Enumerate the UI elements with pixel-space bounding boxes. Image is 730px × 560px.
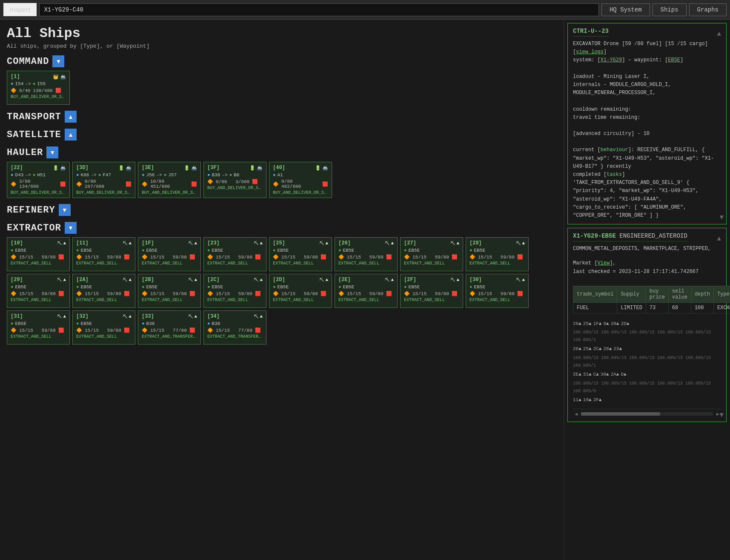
main-layout: All Ships All ships, grouped by [Type], … — [0, 20, 730, 560]
mini-ship[interactable]: 23▲ — [613, 345, 622, 353]
ship-card[interactable]: [34]⛏▲ ● B38 🔶15/15 77/80🟥 EXTRACT_AND_T… — [203, 310, 266, 345]
hscrollbar[interactable]: ◀ ▶ — [573, 409, 721, 417]
topbar: Inspect HQ System Ships Graphs — [0, 0, 730, 20]
mini-ship[interactable]: 11▲ — [573, 396, 581, 405]
mini-ship[interactable]: 28▲ — [603, 345, 612, 353]
ship-id: [22] — [11, 165, 23, 171]
page-title: All Ships — [7, 26, 557, 41]
ship-info-title[interactable]: CTRI-U--23 — [573, 28, 609, 37]
ship-card[interactable]: [1F]⛏▲ ● EB5E 🔶15/15 59/80🟥 EXTRACT_AND_… — [138, 237, 201, 271]
page-subtitle: All ships, grouped by [Type], or [Waypoi… — [7, 43, 557, 49]
ship-card[interactable]: [2B]⛏▲ ● EB5E 🔶15/15 59/80🟥 EXTRACT_AND_… — [138, 274, 201, 308]
cargo-icon: 🟥 — [55, 88, 61, 93]
col-type: Type — [713, 286, 730, 302]
arrow: -> — [25, 81, 31, 86]
ship-behavior: EXTRACT_AND_SELL — [11, 334, 66, 339]
cell-sell: 68 — [668, 302, 691, 313]
mini-ship[interactable]: 25▲ — [583, 345, 592, 353]
inspect-button[interactable]: Inspect — [3, 3, 37, 16]
ship-card[interactable]: [2A]⛏▲ ● EB5E 🔶15/15 59/80🟥 EXTRACT_AND_… — [72, 274, 135, 308]
ship-card[interactable]: [29]⛏▲ ● EB5E 🔶15/15 59/80🟥 EXTRACT_AND_… — [7, 274, 70, 308]
ship-icons: 👑 🚢 — [53, 74, 66, 80]
mini-ship[interactable]: 2C▲ — [593, 345, 602, 353]
ship-card[interactable]: [3F] 🔋🚢 ● B38 -> ● B6 🔶 0/80 3/600 🟥 BUY… — [203, 162, 266, 198]
mini-ship[interactable]: D▲ — [621, 370, 626, 379]
extractor-collapse-btn[interactable]: ▼ — [65, 222, 77, 234]
command-section-header: COMMAND ▼ — [7, 55, 557, 67]
ship-behavior: EXTRACT_AND_SELL — [404, 298, 459, 302]
ship-card[interactable]: [2F]⛏▲ ● EB5E 🔶15/15 59/80🟥 EXTRACT_AND_… — [400, 274, 463, 308]
right-panel: CTRI-U--23 ▲ EXCAVATOR Drone [59 /80 fue… — [564, 20, 730, 560]
ship-behavior: EXTRACT_AND_SELL — [207, 261, 263, 266]
scroll-left-btn[interactable]: ◀ — [573, 411, 579, 417]
market-view-link[interactable]: View — [598, 260, 610, 266]
mini-ship[interactable]: 2D▲ — [621, 320, 629, 328]
waypoint-title-link[interactable]: X1-YG29-EB5E — [573, 233, 616, 239]
mini-ship[interactable]: 2A▲ — [611, 370, 619, 379]
mini-ship[interactable]: 2F▲ — [593, 396, 602, 405]
ship-card[interactable]: [27]⛏▲ ● EB5E 🔶15/15 59/80🟥 EXTRACT_AND_… — [400, 237, 463, 271]
waypoint-info-title: X1-YG29-EB5E ENGINEERED_ASTEROID — [573, 233, 687, 241]
ship-card[interactable]: [28]⛏▲ ● EB5E 🔶15/15 59/80🟥 EXTRACT_AND_… — [466, 237, 529, 271]
extractor-ships-grid: [10]⛏▲ ● EB5E 🔶15/15 59/80🟥 EXTRACT_AND_… — [7, 237, 557, 345]
graphs-button[interactable]: Graphs — [689, 3, 727, 16]
hq-system-button[interactable]: HQ System — [601, 3, 650, 16]
ship-card[interactable]: [2E]⛏▲ ● EB5E 🔶15/15 59/80🟥 EXTRACT_AND_… — [335, 274, 398, 308]
scroll-up-icon2: ▲ — [717, 235, 721, 243]
ship-card[interactable]: [31]⛏▲ ● EB5E 🔶15/15 59/80🟥 EXTRACT_AND_… — [7, 310, 70, 345]
mini-ship[interactable]: 30▲ — [601, 370, 609, 379]
mini-ship[interactable]: 2E▲ — [573, 370, 581, 379]
mini-ship[interactable]: 9▲ — [603, 320, 609, 328]
ship-card[interactable]: [11]⛏▲ ● EB5E 🔶15/15 59/80🟥 EXTRACT_AND_… — [72, 237, 135, 271]
system-link[interactable]: X1-YG29 — [601, 57, 622, 63]
ship-card[interactable]: [2C]⛏▲ ● EB5E 🔶15/15 59/80🟥 EXTRACT_AND_… — [203, 274, 266, 308]
ship-behavior: EXTRACT_AND_SELL — [76, 298, 132, 302]
ship-card[interactable]: [22] 🔋 🚢 ● D43 -> ● H51 🔶 3/80 134/600 🟥… — [7, 162, 70, 198]
ship-card[interactable]: [25]⛏▲ ● EB5E 🔶15/15 59/80🟥 EXTRACT_AND_… — [269, 237, 332, 271]
ships-button[interactable]: Ships — [653, 3, 687, 16]
hauler-section-header: HAULER ▼ — [7, 146, 557, 158]
extractor-section-header: EXTRACTOR ▼ — [7, 222, 557, 234]
ship-card[interactable]: [26]⛏▲ ● EB5E 🔶15/15 59/80🟥 EXTRACT_AND_… — [335, 237, 398, 271]
mini-ship[interactable]: 1F▲ — [593, 320, 602, 328]
hauler-collapse-btn[interactable]: ▼ — [46, 146, 58, 158]
right-panel-scroll[interactable]: CTRI-U--23 ▲ EXCAVATOR Drone [59 /80 fue… — [564, 20, 730, 560]
command-collapse-btn[interactable]: ▼ — [52, 55, 64, 67]
satellite-collapse-btn[interactable]: ▲ — [65, 129, 77, 141]
ship-card-header: [3D] 🔋🚢 — [76, 165, 132, 171]
waypoint-link[interactable]: EB5E — [668, 57, 680, 63]
cell-type: EXCHANGE — [713, 302, 730, 313]
view-logs-link[interactable]: view logs — [576, 49, 604, 55]
ship-card-header: [22] 🔋 🚢 — [11, 165, 66, 171]
mini-ship[interactable]: 26▲ — [573, 320, 581, 328]
ship-card[interactable]: [30]⛏▲ ● EB5E 🔶15/15 59/80🟥 EXTRACT_AND_… — [466, 274, 529, 308]
transport-collapse-btn[interactable]: ▲ — [65, 111, 77, 123]
refinery-collapse-btn[interactable]: ▼ — [59, 204, 71, 216]
transport-title: TRANSPORT — [7, 112, 61, 122]
mini-ship[interactable]: 10▲ — [583, 396, 592, 405]
ship-behavior: EXTRACT_AND_SELL — [273, 298, 328, 302]
ship-card[interactable]: [23]⛏▲ ● EB5E 🔶15/15 59/80🟥 EXTRACT_AND_… — [203, 237, 266, 271]
ship-card[interactable]: [3D] 🔋🚢 ● K86 -> ● F47 🔶 0/80 267/600 🟥 … — [72, 162, 135, 198]
search-input[interactable] — [39, 3, 599, 16]
cargo-value: 130/400 — [33, 88, 52, 93]
scroll-down-icon: ▼ — [719, 214, 724, 221]
extractor-title: EXTRACTOR — [7, 223, 61, 233]
ship-card[interactable]: [32]⛏▲ ● EB5E 🔶15/15 59/80🟥 EXTRACT_AND_… — [72, 310, 135, 345]
mini-ship[interactable]: 31▲ — [583, 370, 592, 379]
ship-card[interactable]: [3E] 🔋🚢 ● J56 -> ● J57 🔶 10/80 451/600 🟥… — [138, 162, 201, 198]
ship-card[interactable]: [33]⛏▲ ● B38 🔶15/15 77/80🟥 EXTRACT_AND_T… — [138, 310, 201, 345]
col-depth: depth — [691, 286, 713, 302]
ship-card[interactable]: [2D]⛏▲ ● EB5E 🔶15/15 59/80🟥 EXTRACT_AND_… — [269, 274, 332, 308]
ship-card[interactable]: [40] 🔋🚢 ● A1 🔶 0/80 492/600 🟥 BUY_AND_DE… — [269, 162, 332, 198]
mini-ship[interactable]: C▲ — [593, 370, 599, 379]
mini-ship[interactable]: 28▲ — [611, 320, 619, 328]
mini-ship[interactable]: 25▲ — [583, 320, 592, 328]
ship-behavior: EXTRACT_AND_SELL — [469, 261, 525, 266]
ship-card[interactable]: [10]⛏▲ ● EB5E 🔶15/15 59/80🟥 EXTRACT_AND_… — [7, 237, 70, 271]
ship-card[interactable]: [1] 👑 🚢 ● I54 -> ● I55 🔶 0/40 130/4 — [7, 71, 70, 105]
ship-id: [40] — [273, 165, 285, 171]
crown-icon: 👑 — [53, 74, 59, 80]
mini-ship[interactable]: 26▲ — [573, 345, 581, 353]
ship-behavior: EXTRACT_AND_SELL — [273, 261, 328, 266]
